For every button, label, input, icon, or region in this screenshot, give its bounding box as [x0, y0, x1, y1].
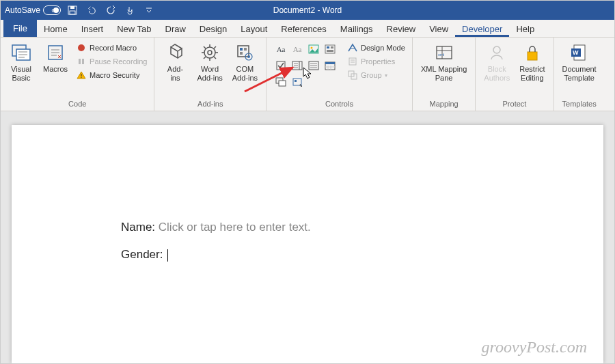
tab-insert[interactable]: Insert [74, 21, 111, 37]
xml-mapping-icon: xml [433, 42, 455, 64]
document-template-button[interactable]: W Document Template [560, 40, 599, 98]
redo-icon[interactable] [106, 5, 115, 15]
block-authors-button[interactable]: Block Authors [481, 40, 512, 98]
svg-rect-39 [327, 50, 333, 52]
tab-references[interactable]: References [274, 21, 333, 37]
svg-rect-2 [70, 11, 75, 14]
legacy-tools-icon[interactable] [290, 74, 305, 89]
controls-gallery: Aa Aa [272, 40, 339, 98]
group-addins: Add- ins Word Add-ins COM Add-ins Add-in… [154, 38, 266, 111]
group-icon [347, 70, 358, 81]
gear-icon [199, 42, 221, 64]
record-macro-button[interactable]: Record Macro [74, 42, 148, 54]
rich-text-control-icon[interactable]: Aa [273, 42, 288, 57]
tab-design[interactable]: Design [193, 21, 234, 37]
document-page[interactable]: Name: Click or tap here to enter text. G… [12, 125, 603, 363]
svg-rect-28 [238, 46, 249, 57]
svg-point-18 [204, 47, 215, 58]
restrict-editing-button[interactable]: Restrict Editing [517, 40, 547, 98]
repeating-section-control-icon[interactable] [273, 74, 288, 89]
building-block-control-icon[interactable] [323, 42, 338, 57]
svg-point-35 [311, 47, 313, 49]
svg-rect-36 [325, 45, 335, 53]
svg-rect-14 [79, 59, 81, 64]
visual-basic-button[interactable]: Visual Basic [6, 40, 36, 98]
group-templates: W Document Template Templates [554, 38, 605, 111]
svg-point-19 [208, 51, 212, 55]
autosave-toggle[interactable]: AutoSave Off [5, 5, 61, 15]
svg-point-13 [78, 44, 85, 51]
tab-draw[interactable]: Draw [159, 21, 193, 37]
svg-rect-1 [70, 6, 74, 9]
group-protect-label: Protect [481, 98, 547, 111]
com-addins-button[interactable]: COM Add-ins [230, 40, 260, 98]
tab-home[interactable]: Home [37, 21, 74, 37]
properties-button: Properties [346, 55, 407, 68]
svg-rect-40 [277, 61, 285, 70]
svg-line-26 [204, 57, 206, 59]
customize-qat-icon[interactable] [144, 5, 154, 15]
svg-rect-15 [82, 59, 84, 64]
macros-icon [44, 42, 66, 64]
save-icon[interactable] [68, 5, 77, 15]
addins-button[interactable]: Add- ins [160, 40, 190, 98]
record-macro-icon [76, 42, 87, 53]
document-title: Document2 - Word [273, 5, 342, 15]
word-addins-button[interactable]: Word Add-ins [194, 40, 225, 98]
autosave-label: AutoSave [5, 5, 40, 15]
svg-point-33 [247, 55, 250, 58]
group-protect: Block Authors Restrict Editing Protect [476, 38, 554, 111]
pause-icon [76, 56, 87, 67]
svg-rect-37 [327, 46, 329, 48]
tab-new[interactable]: New Tab [110, 21, 158, 37]
svg-point-17 [81, 77, 81, 78]
touch-mode-icon[interactable] [125, 5, 135, 15]
document-area: Name: Click or tap here to enter text. G… [1, 111, 614, 363]
addins-icon [164, 42, 186, 64]
macros-button[interactable]: Macros [40, 40, 70, 98]
svg-rect-56 [279, 81, 286, 86]
svg-rect-29 [240, 48, 243, 51]
ribbon-tabs: File Home Insert New Tab Draw Design Lay… [1, 20, 614, 38]
ribbon: Visual Basic Macros Record Macro Pause R… [1, 38, 614, 111]
tab-review[interactable]: Review [380, 21, 423, 37]
warning-icon [76, 70, 87, 81]
group-code-label: Code [6, 98, 148, 111]
tab-mailings[interactable]: Mailings [333, 21, 380, 37]
undo-icon[interactable] [87, 5, 96, 15]
design-mode-button[interactable]: Design Mode [346, 42, 407, 54]
name-placeholder[interactable]: Click or tap here to enter text. [159, 221, 311, 234]
picture-control-icon[interactable] [306, 42, 321, 57]
svg-rect-58 [295, 80, 297, 82]
svg-rect-30 [244, 48, 247, 51]
svg-line-24 [204, 46, 206, 48]
chevron-down-icon: ▾ [385, 72, 387, 79]
date-picker-control-icon[interactable] [323, 58, 338, 73]
checkbox-control-icon[interactable] [273, 58, 288, 73]
svg-line-25 [214, 57, 216, 59]
tab-developer[interactable]: Developer [455, 21, 509, 37]
group-control-button: Group ▾ [346, 69, 407, 81]
plain-text-control-icon[interactable]: Aa [290, 42, 305, 57]
tab-help[interactable]: Help [509, 21, 541, 37]
group-addins-label: Add-ins [160, 98, 260, 111]
macro-security-button[interactable]: Macro Security [74, 69, 148, 81]
group-mapping-label: Mapping [418, 98, 469, 111]
name-field-row: Name: Click or tap here to enter text. [121, 221, 494, 234]
visual-basic-label: Visual Basic [11, 65, 31, 82]
svg-text:W: W [573, 49, 579, 56]
design-mode-icon [347, 42, 358, 53]
text-cursor [167, 249, 168, 262]
tab-file[interactable]: File [3, 20, 37, 37]
tab-view[interactable]: View [422, 21, 455, 37]
quick-access-toolbar [68, 5, 154, 15]
tab-layout[interactable]: Layout [234, 21, 274, 37]
svg-rect-70 [528, 52, 537, 60]
svg-line-27 [214, 46, 216, 48]
word-doc-icon: W [569, 42, 590, 64]
combobox-control-icon[interactable] [290, 58, 305, 73]
pause-recording-button: Pause Recording [74, 55, 148, 68]
autosave-switch[interactable]: Off [43, 5, 61, 15]
dropdown-control-icon[interactable] [306, 58, 321, 73]
xml-mapping-button[interactable]: xml XML Mapping Pane [418, 40, 469, 98]
